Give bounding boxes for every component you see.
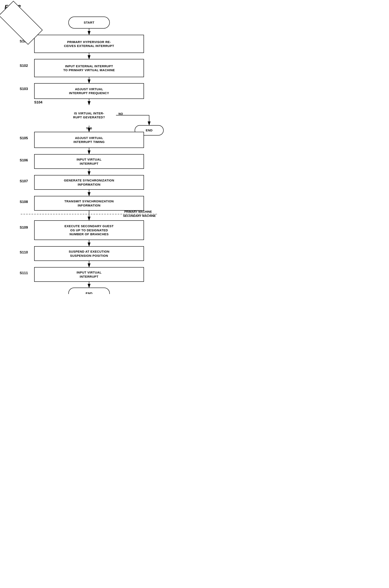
step-s107-label: S107 [20, 179, 28, 183]
s110-node: SUSPEND AT EXECUTION SUSPENSION POSITION [34, 246, 144, 261]
secondary-machine-label: SECONDARY MACHINE [123, 214, 156, 218]
s101-node: PRIMARY HYPERVISOR RE- CEIVES EXTERNAL I… [34, 35, 144, 53]
flowchart: START S101 PRIMARY HYPERVISOR RE- CEIVES… [0, 12, 194, 33]
page: FIG. 2 [0, 0, 194, 294]
step-s102-label: S102 [20, 64, 28, 68]
step-s111-label: S111 [20, 271, 28, 275]
step-s109-label: S109 [20, 225, 28, 230]
step-s110-label: S110 [20, 250, 28, 254]
s109-node: EXECUTE SECONDARY GUEST OS UP TO DESIGNA… [34, 220, 144, 240]
step-s104-label: S104 [34, 100, 42, 105]
s108-node: TRANSMIT SYNCHRONIZATION INFORMATION [34, 196, 144, 211]
s107-node: GENERATE SYNCHRONIZATION INFORMATION [34, 175, 144, 190]
s104-text: IS VIRTUAL INTER- RUPT GEVERATED? [51, 105, 127, 126]
s102-node: INPUT EXTERNAL INTERRUPT TO PRIMARY VIRT… [34, 59, 144, 77]
step-s105-label: S105 [20, 136, 28, 140]
end-bottom-node: END [68, 288, 110, 294]
start-node: START [68, 17, 110, 28]
step-s106-label: S106 [20, 158, 28, 162]
primary-machine-label: PRIMARY MACHINE [124, 210, 152, 213]
s106-node: INPUT VIRTUAL INTERRUPT [34, 154, 144, 169]
yes-label: YES [84, 126, 94, 131]
step-s103-label: S103 [20, 87, 28, 91]
s103-node: ADJUST VIRTUAL INTERRUPT FREQUENCY [34, 83, 144, 99]
step-s108-label: S108 [20, 200, 28, 204]
s111-node: INPUT VIRTUAL INTERRUPT [34, 267, 144, 282]
s105-node: ADJUST VIRTUAL INTERRUPT TIMING [34, 132, 144, 148]
